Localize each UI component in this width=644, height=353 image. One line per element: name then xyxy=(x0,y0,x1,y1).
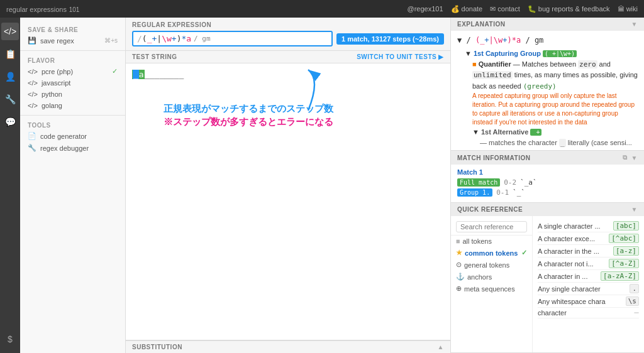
flavor-pcre[interactable]: </> pcre (php) ✓ xyxy=(20,65,125,77)
qr-entry-3-text: A character in the ... xyxy=(538,247,599,255)
top-nav-right: @regex101 💰 donate ✉ contact 🐛 bug repor… xyxy=(407,5,638,13)
quick-ref-header[interactable]: QUICK REFERENCE ▼ xyxy=(451,203,644,216)
common-tokens-label: common tokens xyxy=(465,249,518,257)
tool-codegen[interactable]: 📄 code generator xyxy=(20,130,125,142)
test-string-content[interactable]: _a________ 正規表現がマッチするまでのステップ数 ※ステ xyxy=(126,63,450,340)
user-link[interactable]: @regex101 xyxy=(407,5,443,13)
substitution-label: SUBSTITUTION xyxy=(132,344,182,350)
all-tokens-icon: ≡ xyxy=(456,237,460,245)
code-icon-python: </> xyxy=(28,90,38,98)
main-layout: </> 📋 👤 🔧 💬 $ SAVE & SHARE 💾 save regex … xyxy=(0,18,644,353)
sidebar: SAVE & SHARE 💾 save regex ⌘+s FLAVOR </>… xyxy=(20,18,126,353)
qr-all-tokens[interactable]: ≡ all tokens xyxy=(451,236,532,247)
flavor-javascript[interactable]: </> javascript xyxy=(20,77,125,89)
full-match-value: `_a` xyxy=(520,178,537,187)
top-nav-left: regular expressions 101 xyxy=(6,4,79,14)
copy-match-icon[interactable]: ⧉ xyxy=(623,154,628,161)
icon-bar-settings[interactable]: 🔧 xyxy=(1,90,19,108)
qr-entry-4: A character not i... [^a-Z] xyxy=(538,258,639,270)
qr-common-tokens[interactable]: ★ common tokens ✓ xyxy=(451,247,532,259)
flavor-js-label: javascript xyxy=(42,79,70,87)
codegen-label: code generator xyxy=(40,133,87,140)
flavor-pcre-label: pcre (php) xyxy=(42,68,73,75)
meta-seq-label: meta sequences xyxy=(464,285,515,293)
qr-meta-sequences[interactable]: ⊕ meta sequences xyxy=(451,283,532,295)
flavor-python[interactable]: </> python xyxy=(20,89,125,100)
qr-entry-3-badge: [a-z] xyxy=(613,246,639,256)
match-info-header[interactable]: MATCH INFORMATION ⧉ ▼ xyxy=(451,151,644,165)
match-info-chevron: ▼ xyxy=(631,155,638,161)
qr-entry-8-text: character xyxy=(538,309,567,317)
meta-seq-icon: ⊕ xyxy=(456,285,462,293)
annotation-line1: 正規表現がマッチするまでのステップ数 xyxy=(164,101,333,116)
tree-capturing-group: ▼ 1st Capturing Group (_+|\w+) xyxy=(457,48,638,59)
qr-entry-5: A character in ... [a-zA-Z] xyxy=(538,270,639,283)
annotation-overlay: 正規表現がマッチするまでのステップ数 ※ステップ数が多すぎるとエラーになる xyxy=(164,101,333,128)
annotation-line2: ※ステップ数が多すぎるとエラーになる xyxy=(164,116,333,128)
qr-entry-8-badge xyxy=(634,312,639,313)
qr-entry-7-text: Any whitespace chara xyxy=(538,298,606,305)
substitution-bar[interactable]: SUBSTITUTION ▲ xyxy=(126,340,450,353)
regex-bar-header: REGULAR EXPRESSION xyxy=(132,21,444,28)
qr-entry-6-text: Any single character xyxy=(538,285,601,293)
debugger-label: regex debugger xyxy=(40,144,89,152)
contact-link[interactable]: ✉ contact xyxy=(490,5,520,13)
match-info-content: Match 1 Full match 0-2 `_a` Group 1. 0-1… xyxy=(451,165,644,202)
qr-search-box xyxy=(451,219,532,236)
match-info-title: MATCH INFORMATION xyxy=(457,155,530,161)
regex-slash-open: / xyxy=(137,34,142,43)
qr-entry-2-text: A character exce... xyxy=(538,235,595,242)
flavor-golang-label: golang xyxy=(42,102,62,109)
flavor-golang[interactable]: </> golang xyxy=(20,100,125,111)
match-badge: 1 match, 13127 steps (~28ms) xyxy=(336,33,444,45)
active-check-qr: ✓ xyxy=(521,249,527,257)
regex-flags: / gm xyxy=(194,35,211,43)
explanation-chevron: ▼ xyxy=(631,21,638,28)
explanation-header[interactable]: EXPLANATION ▼ xyxy=(451,18,644,31)
wiki-link[interactable]: 🏛 wiki xyxy=(618,5,638,13)
general-tokens-icon: ⊙ xyxy=(456,261,462,269)
qr-search-input[interactable] xyxy=(456,221,527,232)
regex-bar: REGULAR EXPRESSION / (_+|\w+)*a / gm 1 m… xyxy=(126,18,450,51)
explanation-regex-title: ▼ / (_+|\w+)*a / gm xyxy=(457,35,638,46)
top-nav: regular expressions 101 @regex101 💰 dona… xyxy=(0,0,644,18)
quick-ref-section: QUICK REFERENCE ▼ ≡ all tokens ★ common … xyxy=(451,203,644,353)
switch-unit-tests[interactable]: SWITCH TO UNIT TESTS ▶ xyxy=(357,53,444,60)
qr-anchors[interactable]: ⚓ anchors xyxy=(451,271,532,283)
icon-bar-code[interactable]: </> xyxy=(1,23,19,40)
divider1 xyxy=(20,50,125,51)
quick-ref-title: QUICK REFERENCE xyxy=(457,206,523,213)
full-match-label: Full match xyxy=(457,178,500,187)
match-info-section: MATCH INFORMATION ⧉ ▼ Match 1 Full match… xyxy=(451,151,644,203)
match-text: _a________ xyxy=(132,70,184,79)
bugs-link[interactable]: 🐛 bug reports & feedback xyxy=(528,5,610,13)
test-string-title: TEST STRING xyxy=(132,53,177,60)
match-row-full: Full match 0-2 `_a` xyxy=(457,178,638,187)
tree-alt: ▼ 1st Alternative _+ xyxy=(457,127,638,138)
qr-entry-1-text: A single character ... xyxy=(538,222,601,230)
explanation-content: ▼ / (_+|\w+)*a / gm ▼ 1st Capturing Grou… xyxy=(451,31,644,150)
save-share-title: SAVE & SHARE xyxy=(20,24,125,35)
flavor-python-label: python xyxy=(42,90,62,98)
match-row-group1: Group 1. 0-1 `_` xyxy=(457,188,638,197)
regex-input-wrapper[interactable]: / (_+|\w+)*a / gm xyxy=(132,31,333,46)
tool-debugger[interactable]: 🔧 regex debugger xyxy=(20,142,125,154)
explanation-section: EXPLANATION ▼ ▼ / (_+|\w+)*a / gm ▼ 1st … xyxy=(451,18,644,151)
donate-link[interactable]: 💰 donate xyxy=(451,5,483,13)
icon-bar-dollar[interactable]: $ xyxy=(1,330,19,348)
full-match-range: 0-2 xyxy=(504,178,516,187)
quick-ref-categories: ≡ all tokens ★ common tokens ✓ ⊙ general… xyxy=(451,216,533,352)
match-title: Match 1 xyxy=(457,168,638,176)
group1-match: _ xyxy=(133,70,139,79)
test-area-header: TEST STRING SWITCH TO UNIT TESTS ▶ xyxy=(126,51,450,63)
icon-bar-user[interactable]: 👤 xyxy=(1,68,19,85)
icon-bar-docs[interactable]: 📋 xyxy=(1,45,19,63)
qr-general-tokens[interactable]: ⊙ general tokens xyxy=(451,259,532,271)
save-regex-item[interactable]: 💾 save regex ⌘+s xyxy=(20,35,125,46)
content-area: REGULAR EXPRESSION / (_+|\w+)*a / gm 1 m… xyxy=(126,18,450,353)
tree-alt-desc: — matches the character _ literally (cas… xyxy=(457,138,638,149)
arrow-svg xyxy=(258,67,333,117)
code-icon-golang: </> xyxy=(28,102,38,109)
icon-bar-chat[interactable]: 💬 xyxy=(1,113,19,131)
common-tokens-icon: ★ xyxy=(456,249,462,257)
